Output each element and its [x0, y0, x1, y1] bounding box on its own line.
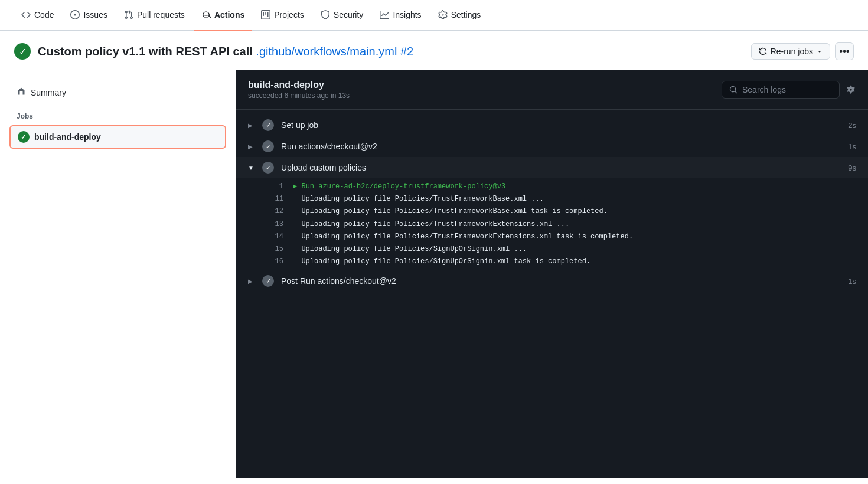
step-status-icon: ✓: [262, 275, 274, 287]
summary-label: Summary: [31, 88, 66, 97]
step-status-icon: ✓: [262, 140, 274, 152]
line-number: 1: [265, 181, 283, 192]
log-line: 12 Uploading policy file Policies/TrustF…: [236, 205, 868, 218]
line-content: Uploading policy file Policies/TrustFram…: [293, 194, 544, 205]
rerun-jobs-label: Re-run jobs: [771, 47, 813, 56]
log-line: 14 Uploading policy file Policies/TrustF…: [236, 231, 868, 243]
log-panel: build-and-deploy succeeded 6 minutes ago…: [236, 70, 868, 478]
nav-insights-label: Insights: [393, 10, 421, 19]
log-header: build-and-deploy succeeded 6 minutes ago…: [236, 70, 868, 110]
step-label: Run actions/checkout@v2: [281, 142, 841, 151]
page-title-text: Custom policy v1.1 with REST API call: [38, 45, 253, 58]
pr-icon: [124, 10, 133, 19]
log-subtitle: succeeded 6 minutes ago in 13s: [248, 91, 350, 100]
main-content: Summary Jobs ✓ build-and-deploy build-an…: [0, 70, 868, 478]
page-header: ✓ Custom policy v1.1 with REST API call …: [0, 31, 868, 70]
step-label: Post Run actions/checkout@v2: [281, 276, 841, 286]
nav-pr-label: Pull requests: [137, 10, 185, 19]
nav-pull-requests[interactable]: Pull requests: [117, 0, 192, 31]
step-duration: 1s: [848, 142, 856, 151]
line-content: Uploading policy file Policies/TrustFram…: [293, 206, 608, 217]
nav-code-label: Code: [34, 10, 54, 19]
workflow-status-icon: ✓: [14, 43, 31, 60]
line-content: Uploading policy file Policies/TrustFram…: [293, 231, 633, 243]
page-title: Custom policy v1.1 with REST API call .g…: [38, 45, 413, 58]
step-label: Set up job: [281, 120, 841, 130]
log-line: 13 Uploading policy file Policies/TrustF…: [236, 218, 868, 231]
rerun-icon: [759, 47, 767, 55]
step-label: Upload custom policies: [281, 163, 841, 172]
step-status-icon: ✓: [262, 119, 274, 131]
step-status-icon: ✓: [262, 162, 274, 174]
step-upload-policies[interactable]: ▼ ✓ Upload custom policies 9s: [236, 157, 868, 178]
step-duration: 9s: [848, 163, 856, 172]
more-options-button[interactable]: •••: [835, 42, 854, 60]
more-dots-icon: •••: [840, 46, 850, 57]
line-number: 11: [265, 194, 283, 205]
gear-icon: [846, 84, 856, 95]
jobs-section-label: Jobs: [9, 112, 226, 120]
job-label: build-and-deploy: [34, 132, 101, 142]
log-settings-button[interactable]: [846, 84, 856, 95]
nav-projects[interactable]: Projects: [254, 0, 311, 31]
line-content: Uploading policy file Policies/SignUpOrS…: [293, 256, 590, 267]
issues-icon: [70, 10, 80, 19]
home-icon: [17, 87, 26, 98]
search-icon: [729, 86, 738, 94]
line-content: Uploading policy file Policies/TrustFram…: [293, 219, 569, 230]
step-set-up-job[interactable]: ▶ ✓ Set up job 2s: [236, 115, 868, 136]
top-navigation: Code Issues Pull requests Actions: [0, 0, 868, 31]
line-number: 14: [265, 231, 283, 243]
job-status-icon: ✓: [18, 131, 30, 143]
log-header-controls: Search logs: [722, 81, 856, 99]
log-line: 1 ▶ Run azure-ad-b2c/deploy-trustframewo…: [236, 181, 868, 193]
log-title: build-and-deploy: [248, 80, 350, 90]
log-line: 16 Uploading policy file Policies/SignUp…: [236, 256, 868, 268]
step-run-checkout[interactable]: ▶ ✓ Run actions/checkout@v2 1s: [236, 136, 868, 157]
sidebar-summary-link[interactable]: Summary: [9, 82, 226, 103]
search-logs-input[interactable]: Search logs: [722, 81, 840, 99]
step-duration: 2s: [848, 121, 856, 130]
actions-icon: [201, 10, 211, 19]
settings-icon: [438, 10, 448, 19]
page-title-path: .github/workflows/main.yml #2: [253, 45, 413, 58]
chevron-right-icon: ▶: [248, 278, 255, 284]
page-header-left: ✓ Custom policy v1.1 with REST API call …: [14, 43, 413, 60]
line-number: 12: [265, 206, 283, 217]
nav-actions[interactable]: Actions: [194, 0, 252, 31]
nav-settings[interactable]: Settings: [431, 0, 488, 31]
sidebar-job-build-and-deploy[interactable]: ✓ build-and-deploy: [9, 125, 226, 149]
nav-insights[interactable]: Insights: [373, 0, 428, 31]
nav-issues-label: Issues: [83, 10, 107, 19]
security-icon: [321, 10, 330, 19]
line-number: 15: [265, 244, 283, 255]
code-icon: [21, 10, 31, 19]
step-post-run-checkout[interactable]: ▶ ✓ Post Run actions/checkout@v2 1s: [236, 270, 868, 292]
nav-security[interactable]: Security: [314, 0, 371, 31]
log-steps: ▶ ✓ Set up job 2s ▶ ✓ Run actions/checko…: [236, 110, 868, 296]
nav-security-label: Security: [334, 10, 364, 19]
line-content: ▶ Run azure-ad-b2c/deploy-trustframework…: [293, 181, 505, 192]
line-content: Uploading policy file Policies/SignUpOrS…: [293, 244, 527, 255]
step-duration: 1s: [848, 277, 856, 286]
line-number: 16: [265, 256, 283, 267]
log-line: 15 Uploading policy file Policies/SignUp…: [236, 243, 868, 256]
rerun-jobs-button[interactable]: Re-run jobs: [751, 43, 830, 60]
nav-issues[interactable]: Issues: [63, 0, 114, 31]
header-actions: Re-run jobs •••: [751, 42, 854, 60]
search-logs-placeholder: Search logs: [742, 85, 786, 94]
chevron-down-icon: ▼: [248, 165, 255, 171]
insights-icon: [380, 10, 389, 19]
nav-settings-label: Settings: [451, 10, 481, 19]
log-header-info: build-and-deploy succeeded 6 minutes ago…: [248, 80, 350, 100]
log-line: 11 Uploading policy file Policies/TrustF…: [236, 193, 868, 205]
projects-icon: [261, 10, 270, 19]
nav-projects-label: Projects: [274, 10, 304, 19]
chevron-down-icon: [817, 48, 823, 54]
nav-actions-label: Actions: [214, 10, 244, 19]
log-lines-container: 1 ▶ Run azure-ad-b2c/deploy-trustframewo…: [236, 178, 868, 270]
chevron-right-icon: ▶: [248, 143, 255, 150]
line-number: 13: [265, 219, 283, 230]
sidebar: Summary Jobs ✓ build-and-deploy: [0, 70, 236, 478]
nav-code[interactable]: Code: [14, 0, 61, 31]
